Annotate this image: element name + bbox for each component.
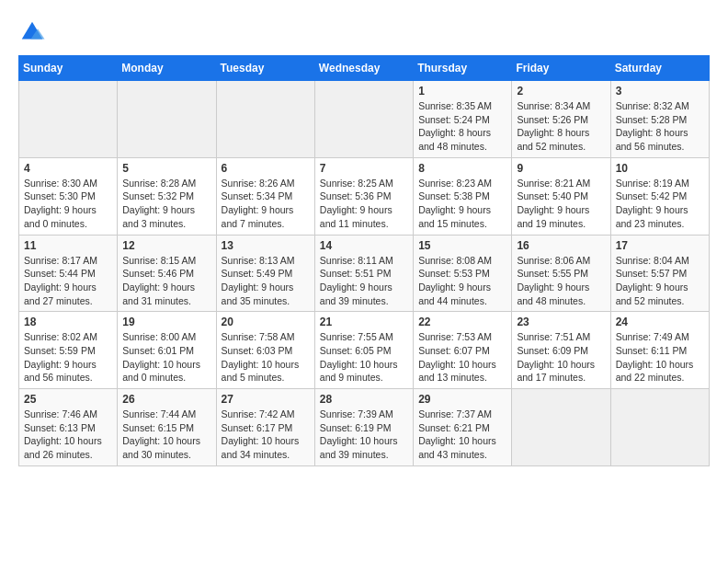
day-info: Sunrise: 7:44 AM Sunset: 6:15 PM Dayligh… [122, 408, 210, 462]
calendar-table: SundayMondayTuesdayWednesdayThursdayFrid… [18, 55, 710, 466]
page-header [18, 18, 710, 46]
calendar-cell: 20Sunrise: 7:58 AM Sunset: 6:03 PM Dayli… [216, 312, 314, 389]
logo [18, 18, 50, 46]
day-info: Sunrise: 7:42 AM Sunset: 6:17 PM Dayligh… [222, 408, 310, 462]
day-number: 21 [320, 316, 408, 328]
day-info: Sunrise: 7:49 AM Sunset: 6:11 PM Dayligh… [616, 330, 704, 385]
day-info: Sunrise: 7:53 AM Sunset: 6:07 PM Dayligh… [418, 330, 506, 385]
calendar-cell: 10Sunrise: 8:19 AM Sunset: 5:42 PM Dayli… [610, 157, 709, 235]
calendar-cell: 27Sunrise: 7:42 AM Sunset: 6:17 PM Dayli… [216, 389, 314, 466]
day-info: Sunrise: 7:37 AM Sunset: 6:21 PM Dayligh… [418, 408, 506, 462]
calendar-cell: 14Sunrise: 8:11 AM Sunset: 5:51 PM Dayli… [314, 235, 413, 312]
day-number: 27 [222, 393, 310, 406]
calendar-cell: 4Sunrise: 8:30 AM Sunset: 5:30 PM Daylig… [19, 157, 118, 235]
day-number: 19 [122, 316, 210, 328]
day-number: 16 [517, 239, 605, 252]
calendar-cell [118, 81, 216, 158]
calendar-cell: 5Sunrise: 8:28 AM Sunset: 5:32 PM Daylig… [118, 157, 216, 235]
calendar-header-sunday: Sunday [19, 56, 118, 81]
calendar-cell [314, 81, 413, 158]
calendar-week-row: 25Sunrise: 7:46 AM Sunset: 6:13 PM Dayli… [19, 389, 710, 466]
day-number: 9 [517, 162, 605, 175]
calendar-cell: 1Sunrise: 8:35 AM Sunset: 5:24 PM Daylig… [414, 81, 512, 158]
day-number: 1 [418, 85, 506, 98]
day-number: 14 [320, 239, 408, 252]
calendar-cell: 13Sunrise: 8:13 AM Sunset: 5:49 PM Dayli… [216, 235, 314, 312]
logo-icon [18, 18, 46, 46]
day-number: 10 [616, 162, 704, 175]
calendar-cell: 24Sunrise: 7:49 AM Sunset: 6:11 PM Dayli… [610, 312, 709, 389]
calendar-cell: 19Sunrise: 8:00 AM Sunset: 6:01 PM Dayli… [118, 312, 216, 389]
calendar-cell [610, 389, 709, 466]
day-info: Sunrise: 7:55 AM Sunset: 6:05 PM Dayligh… [320, 330, 408, 385]
day-number: 28 [320, 393, 408, 406]
calendar-cell [19, 81, 118, 158]
calendar-cell [216, 81, 314, 158]
day-number: 29 [418, 393, 506, 406]
day-info: Sunrise: 8:28 AM Sunset: 5:32 PM Dayligh… [122, 177, 210, 231]
calendar-cell: 18Sunrise: 8:02 AM Sunset: 5:59 PM Dayli… [19, 312, 118, 389]
calendar-cell: 8Sunrise: 8:23 AM Sunset: 5:38 PM Daylig… [414, 157, 512, 235]
calendar-cell: 6Sunrise: 8:26 AM Sunset: 5:34 PM Daylig… [216, 157, 314, 235]
calendar-cell: 23Sunrise: 7:51 AM Sunset: 6:09 PM Dayli… [512, 312, 610, 389]
day-number: 2 [517, 85, 605, 98]
day-number: 24 [616, 316, 704, 328]
day-info: Sunrise: 8:30 AM Sunset: 5:30 PM Dayligh… [24, 177, 112, 231]
day-info: Sunrise: 8:26 AM Sunset: 5:34 PM Dayligh… [222, 177, 310, 231]
day-info: Sunrise: 8:35 AM Sunset: 5:24 PM Dayligh… [418, 99, 506, 154]
day-number: 6 [222, 162, 310, 175]
calendar-cell: 9Sunrise: 8:21 AM Sunset: 5:40 PM Daylig… [512, 157, 610, 235]
calendar-week-row: 4Sunrise: 8:30 AM Sunset: 5:30 PM Daylig… [19, 157, 710, 235]
day-info: Sunrise: 8:17 AM Sunset: 5:44 PM Dayligh… [24, 254, 112, 308]
day-number: 8 [418, 162, 506, 175]
calendar-header-saturday: Saturday [610, 56, 709, 81]
calendar-header-friday: Friday [512, 56, 610, 81]
day-info: Sunrise: 8:02 AM Sunset: 5:59 PM Dayligh… [24, 330, 112, 385]
day-info: Sunrise: 8:13 AM Sunset: 5:49 PM Dayligh… [222, 254, 310, 308]
day-info: Sunrise: 8:04 AM Sunset: 5:57 PM Dayligh… [616, 254, 704, 308]
day-info: Sunrise: 8:32 AM Sunset: 5:28 PM Dayligh… [616, 99, 704, 154]
day-info: Sunrise: 7:46 AM Sunset: 6:13 PM Dayligh… [24, 408, 112, 462]
calendar-cell: 11Sunrise: 8:17 AM Sunset: 5:44 PM Dayli… [19, 235, 118, 312]
day-info: Sunrise: 8:23 AM Sunset: 5:38 PM Dayligh… [418, 177, 506, 231]
calendar-week-row: 11Sunrise: 8:17 AM Sunset: 5:44 PM Dayli… [19, 235, 710, 312]
day-number: 5 [122, 162, 210, 175]
calendar-cell: 15Sunrise: 8:08 AM Sunset: 5:53 PM Dayli… [414, 235, 512, 312]
day-info: Sunrise: 8:25 AM Sunset: 5:36 PM Dayligh… [320, 177, 408, 231]
day-info: Sunrise: 8:21 AM Sunset: 5:40 PM Dayligh… [517, 177, 605, 231]
day-number: 22 [418, 316, 506, 328]
calendar-cell: 22Sunrise: 7:53 AM Sunset: 6:07 PM Dayli… [414, 312, 512, 389]
day-number: 20 [222, 316, 310, 328]
calendar-cell: 28Sunrise: 7:39 AM Sunset: 6:19 PM Dayli… [314, 389, 413, 466]
calendar-header-monday: Monday [118, 56, 216, 81]
day-info: Sunrise: 8:15 AM Sunset: 5:46 PM Dayligh… [122, 254, 210, 308]
calendar-header-row: SundayMondayTuesdayWednesdayThursdayFrid… [19, 56, 710, 81]
day-number: 12 [122, 239, 210, 252]
calendar-cell: 3Sunrise: 8:32 AM Sunset: 5:28 PM Daylig… [610, 81, 709, 158]
calendar-header-tuesday: Tuesday [216, 56, 314, 81]
day-info: Sunrise: 8:08 AM Sunset: 5:53 PM Dayligh… [418, 254, 506, 308]
calendar-cell: 12Sunrise: 8:15 AM Sunset: 5:46 PM Dayli… [118, 235, 216, 312]
day-number: 3 [616, 85, 704, 98]
calendar-cell: 17Sunrise: 8:04 AM Sunset: 5:57 PM Dayli… [610, 235, 709, 312]
day-number: 11 [24, 239, 112, 252]
day-number: 25 [24, 393, 112, 406]
calendar-header-wednesday: Wednesday [314, 56, 413, 81]
day-number: 15 [418, 239, 506, 252]
calendar-cell: 7Sunrise: 8:25 AM Sunset: 5:36 PM Daylig… [314, 157, 413, 235]
day-number: 26 [122, 393, 210, 406]
day-number: 13 [222, 239, 310, 252]
day-info: Sunrise: 7:51 AM Sunset: 6:09 PM Dayligh… [517, 330, 605, 385]
day-info: Sunrise: 8:00 AM Sunset: 6:01 PM Dayligh… [122, 330, 210, 385]
calendar-week-row: 18Sunrise: 8:02 AM Sunset: 5:59 PM Dayli… [19, 312, 710, 389]
day-number: 18 [24, 316, 112, 328]
calendar-cell: 25Sunrise: 7:46 AM Sunset: 6:13 PM Dayli… [19, 389, 118, 466]
day-info: Sunrise: 7:39 AM Sunset: 6:19 PM Dayligh… [320, 408, 408, 462]
calendar-cell: 26Sunrise: 7:44 AM Sunset: 6:15 PM Dayli… [118, 389, 216, 466]
day-number: 7 [320, 162, 408, 175]
day-number: 17 [616, 239, 704, 252]
day-info: Sunrise: 8:19 AM Sunset: 5:42 PM Dayligh… [616, 177, 704, 231]
calendar-cell: 2Sunrise: 8:34 AM Sunset: 5:26 PM Daylig… [512, 81, 610, 158]
day-info: Sunrise: 8:34 AM Sunset: 5:26 PM Dayligh… [517, 99, 605, 154]
day-info: Sunrise: 8:06 AM Sunset: 5:55 PM Dayligh… [517, 254, 605, 308]
